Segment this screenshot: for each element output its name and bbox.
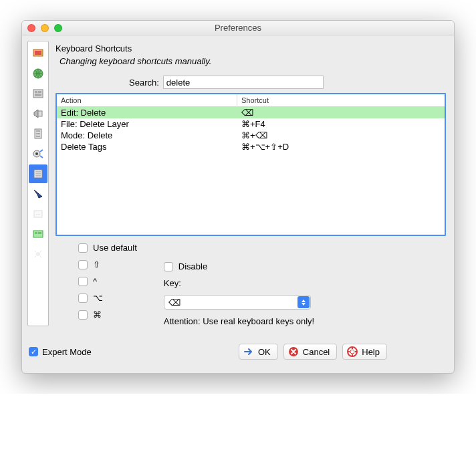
sidebar-item-shortcuts[interactable] <box>29 164 47 183</box>
ctrl-checkbox[interactable]: ^ <box>78 276 137 286</box>
cell-action: File: Delete Layer <box>57 118 237 130</box>
alt-checkbox[interactable]: ⌥ <box>78 293 137 303</box>
svg-rect-4 <box>35 91 37 93</box>
table-row[interactable]: Delete Tags ⌘+⌥+⇧+D <box>57 141 445 152</box>
alt-label: ⌥ <box>93 293 103 303</box>
disable-checkbox[interactable]: Disable <box>164 261 314 271</box>
use-default-checkbox[interactable]: Use default <box>78 243 137 253</box>
ctrl-input[interactable] <box>78 277 88 286</box>
page-subtitle: Changing keyboard shortcuts manually. <box>60 56 446 66</box>
disable-label: Disable <box>178 261 207 271</box>
use-default-input[interactable] <box>78 243 88 253</box>
main-panel: Keyboard Shortcuts Changing keyboard sho… <box>53 41 449 326</box>
cmd-input[interactable] <box>78 310 88 320</box>
svg-rect-11 <box>36 136 40 137</box>
table-row[interactable]: Mode: Delete ⌘+⌫ <box>57 130 445 141</box>
svg-rect-9 <box>36 130 40 132</box>
cell-shortcut: ⌫ <box>237 107 445 118</box>
svg-point-13 <box>35 152 38 155</box>
dropdown-arrow-icon[interactable] <box>298 296 310 308</box>
cell-shortcut: ⌘+⌫ <box>237 130 445 141</box>
sidebar-item-validator[interactable] <box>29 185 47 203</box>
svg-rect-6 <box>35 94 41 96</box>
ctrl-label: ^ <box>93 276 97 286</box>
help-label: Help <box>362 347 380 357</box>
ok-label: OK <box>258 347 271 357</box>
sidebar-item-audio[interactable] <box>29 144 47 163</box>
sidebar-item-remote[interactable] <box>29 245 47 263</box>
svg-rect-7 <box>38 111 42 116</box>
use-default-label: Use default <box>93 243 137 253</box>
svg-rect-10 <box>36 133 40 134</box>
svg-point-23 <box>36 252 40 256</box>
expert-mode-checkbox[interactable]: Expert Mode <box>29 347 92 357</box>
table-row[interactable]: File: Delete Layer ⌘+F4 <box>57 118 445 130</box>
sidebar-item-map[interactable] <box>29 84 47 103</box>
shift-label: ⇧ <box>93 259 100 269</box>
col-action[interactable]: Action <box>57 94 237 106</box>
cell-shortcut: ⌘+F4 <box>237 118 445 130</box>
svg-rect-1 <box>35 51 41 55</box>
search-label: Search: <box>129 78 159 88</box>
svg-point-26 <box>350 350 354 354</box>
titlebar[interactable]: Preferences <box>22 21 454 35</box>
svg-text:···: ··· <box>36 211 41 217</box>
sidebar-item-backup[interactable]: ··· <box>29 205 47 223</box>
alt-input[interactable] <box>78 294 88 303</box>
svg-rect-21 <box>35 232 37 234</box>
key-warning: Attention: Use real keyboard keys only! <box>164 316 314 326</box>
sidebar-item-display[interactable] <box>29 44 47 63</box>
cell-action: Edit: Delete <box>57 107 237 118</box>
cmd-label: ⌘ <box>93 310 102 320</box>
dialog-footer: Expert Mode OK Cancel Help <box>22 332 454 373</box>
help-button[interactable]: Help <box>342 344 387 360</box>
sidebar-item-connection[interactable] <box>29 64 47 83</box>
cell-action: Mode: Delete <box>57 130 237 141</box>
shift-checkbox[interactable]: ⇧ <box>78 259 137 269</box>
cancel-icon <box>288 346 300 357</box>
svg-rect-22 <box>38 232 41 234</box>
table-header: Action Shortcut <box>57 94 445 107</box>
sidebar-item-plugins[interactable] <box>29 104 47 123</box>
expert-mode-label: Expert Mode <box>42 347 92 357</box>
help-icon <box>347 346 359 357</box>
cancel-label: Cancel <box>303 347 330 357</box>
sidebar-item-imagery[interactable] <box>29 225 47 243</box>
svg-rect-5 <box>38 91 41 93</box>
key-label: Key: <box>164 278 314 288</box>
cancel-button[interactable]: Cancel <box>283 344 337 360</box>
expert-mode-input[interactable] <box>29 347 38 356</box>
cell-action: Delete Tags <box>57 141 237 152</box>
table-row[interactable]: Edit: Delete ⌫ <box>57 107 445 118</box>
ok-button[interactable]: OK <box>239 344 278 360</box>
disable-input[interactable] <box>164 262 173 271</box>
category-sidebar: ··· <box>27 41 49 326</box>
preferences-window: Preferences ··· Keyboard Shortcuts Chang… <box>21 20 455 374</box>
window-title: Preferences <box>22 23 454 33</box>
search-input[interactable] <box>163 76 324 89</box>
shift-input[interactable] <box>78 260 88 269</box>
sidebar-item-toolbar[interactable] <box>29 124 47 143</box>
page-title: Keyboard Shortcuts <box>55 43 446 53</box>
col-shortcut[interactable]: Shortcut <box>237 94 445 106</box>
key-select[interactable]: ⌫ <box>164 295 311 310</box>
cmd-checkbox[interactable]: ⌘ <box>78 310 137 320</box>
cell-shortcut: ⌘+⌥+⇧+D <box>237 141 445 152</box>
ok-icon <box>243 346 255 357</box>
shortcuts-table[interactable]: Action Shortcut Edit: Delete ⌫ File: Del… <box>55 93 446 236</box>
key-select-value: ⌫ <box>168 298 181 308</box>
